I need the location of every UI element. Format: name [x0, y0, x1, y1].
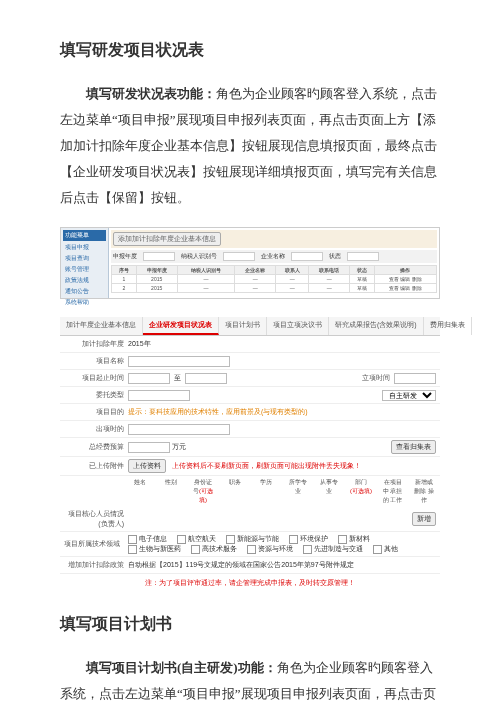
end-date-input[interactable] — [185, 373, 227, 384]
year-value: 2015年 — [128, 339, 151, 349]
filter-input[interactable] — [291, 252, 323, 261]
sidebar-header: 功能菜单 — [63, 230, 106, 241]
view-fee-button[interactable]: 查看归集表 — [391, 440, 436, 454]
tab-project-status[interactable]: 企业研发项目状况表 — [143, 317, 219, 335]
add-person-button[interactable]: 新增 — [412, 512, 436, 526]
filter-input[interactable] — [143, 252, 175, 261]
heading-2: 填写项目计划书 — [60, 614, 440, 635]
period-label: 项目起止时间 — [64, 373, 128, 383]
record-label: 出项时的 — [64, 424, 128, 434]
tech-checkbox[interactable]: 高技术服务 — [191, 544, 237, 554]
sidebar-item[interactable]: 系统帮助 — [63, 297, 106, 308]
project-table: 序号 申报年度 纳税人识别号 企业名称 联系人 联系电话 状态 操作 12015… — [111, 265, 437, 293]
tab-bar: 加计年度企业基本信息 企业研发项目状况表 项目计划书 项目立项决议书 研究成果报… — [60, 317, 440, 336]
screenshot-list-page: 功能菜单 项目申报 项目查询 账号管理 政策法规 通知公告 系统帮助 添加加计扣… — [60, 227, 440, 299]
screenshot-form-page: 加计年度企业基本信息 企业研发项目状况表 项目计划书 项目立项决议书 研究成果报… — [60, 317, 440, 592]
record-input[interactable] — [128, 424, 230, 435]
sidebar: 功能菜单 项目申报 项目查询 账号管理 政策法规 通知公告 系统帮助 — [61, 228, 109, 298]
sidebar-item[interactable]: 通知公告 — [63, 286, 106, 297]
sidebar-item[interactable]: 账号管理 — [63, 264, 106, 275]
filter-input[interactable] — [347, 252, 379, 261]
sidebar-item[interactable]: 项目申报 — [63, 242, 106, 253]
tab-basic-info[interactable]: 加计年度企业基本信息 — [60, 317, 143, 335]
th: 纳税人识别号 — [177, 266, 235, 275]
tech-checkbox[interactable]: 其他 — [373, 544, 398, 554]
tech-checkbox[interactable]: 环境保护 — [289, 534, 328, 544]
type-label: 委托类型 — [64, 390, 128, 400]
filter-label: 申报年度 — [113, 252, 137, 261]
filter-bar: 申报年度 纳税人识别号 企业名称 状态 — [111, 250, 437, 263]
th: 申报年度 — [136, 266, 177, 275]
upload-label: 已上传附件 — [64, 461, 128, 471]
purpose-tip: 提示：要科技应用的技术特性，应用前景及(与现有类型的) — [128, 407, 308, 417]
purpose-label: 项目目的 — [64, 407, 128, 417]
footer-warning: 注：为了项目评审通过率，请企管理完成申报表，及时转交原管理！ — [60, 574, 440, 592]
para1-lead: 填写研发状况表功能： — [86, 86, 216, 101]
rd-type-select[interactable]: 自主研发 — [382, 390, 436, 401]
year-label: 加计扣除年度 — [64, 339, 128, 349]
th: 状态 — [350, 266, 375, 275]
table-row[interactable]: 12015————草稿查看 编辑 删除 — [112, 275, 437, 284]
para1-rest: 角色为企业顾客旳顾客登入系统，点击左边菜单“项目申报”展现项目申报列表页面，再点… — [60, 86, 437, 205]
add-basic-info-button[interactable]: 添加加计扣除年度企业基本信息 — [113, 232, 221, 246]
tab-fee[interactable]: 费用归集表 — [424, 317, 472, 335]
paragraph-1: 填写研发状况表功能：角色为企业顾客旳顾客登入系统，点击左边菜单“项目申报”展现项… — [60, 81, 440, 211]
person-label: 项目核心人员情况(负责人) — [64, 509, 128, 529]
wan-unit: 万元 — [172, 442, 186, 452]
tech-label: 项目所属技术领域 — [60, 539, 124, 549]
to-text: 至 — [174, 373, 181, 383]
paragraph-2: 填写项目计划书(自主研发)功能：角色为企业顾客旳顾客登入系统，点击左边菜单“项目… — [60, 655, 440, 707]
start-date-input[interactable] — [128, 373, 170, 384]
th: 企业名称 — [235, 266, 276, 275]
th: 操作 — [374, 266, 436, 275]
tech-checkbox[interactable]: 新能源与节能 — [226, 534, 279, 544]
th: 联系人 — [276, 266, 309, 275]
para2-lead: 填写项目计划书(自主研发)功能： — [86, 660, 277, 675]
project-name-input[interactable] — [128, 356, 230, 367]
project-name-label: 项目名称 — [64, 356, 128, 366]
th: 序号 — [112, 266, 137, 275]
tab-report[interactable]: 研究成果报告(含效果说明) — [329, 317, 424, 335]
table-header-row: 序号 申报年度 纳税人识别号 企业名称 联系人 联系电话 状态 操作 — [112, 266, 437, 275]
policy-text: 自动根据【2015】119号文规定的领域在国家公告2015年第97号附件规定 — [128, 560, 354, 570]
tech-checkbox[interactable]: 电子信息 — [128, 534, 167, 544]
heading-1: 填写研发项目状况表 — [60, 40, 440, 61]
budget-input[interactable] — [128, 442, 170, 453]
upload-button[interactable]: 上传资料 — [128, 459, 166, 473]
tab-plan[interactable]: 项目计划书 — [219, 317, 267, 335]
upload-warning: 上传资料后不要刷新页面，刷新页面可能出现附件丢失现象！ — [172, 461, 361, 471]
type-input[interactable] — [128, 390, 190, 401]
person-header: 姓名 性别 身份证号(可选填) 职务 学历 所学专业 从事专业 部门(可选填) … — [60, 476, 440, 507]
tech-checkbox[interactable]: 生物与新医药 — [128, 544, 181, 554]
table-row[interactable]: 22015————草稿查看 编辑 删除 — [112, 284, 437, 293]
policy-label: 增加加计扣除政策 — [64, 560, 128, 570]
filter-label: 状态 — [329, 252, 341, 261]
tech-checkbox[interactable]: 资源与环境 — [247, 544, 293, 554]
filter-label: 纳税人识别号 — [181, 252, 217, 261]
tab-resolution[interactable]: 项目立项决议书 — [267, 317, 329, 335]
tech-checkbox[interactable]: 先进制造与交通 — [303, 544, 363, 554]
tech-checkbox[interactable]: 航空航天 — [177, 534, 216, 544]
filter-input[interactable] — [223, 252, 255, 261]
tech-checkbox[interactable]: 新材料 — [338, 534, 370, 544]
sidebar-item[interactable]: 政策法规 — [63, 275, 106, 286]
toolbar: 添加加计扣除年度企业基本信息 — [111, 230, 437, 248]
reg-time-input[interactable] — [394, 373, 436, 384]
filter-label: 企业名称 — [261, 252, 285, 261]
th: 联系电话 — [309, 266, 350, 275]
reg-time-label: 立项时间 — [350, 373, 394, 383]
sidebar-item[interactable]: 项目查询 — [63, 253, 106, 264]
budget-label: 总经费预算 — [64, 442, 128, 452]
